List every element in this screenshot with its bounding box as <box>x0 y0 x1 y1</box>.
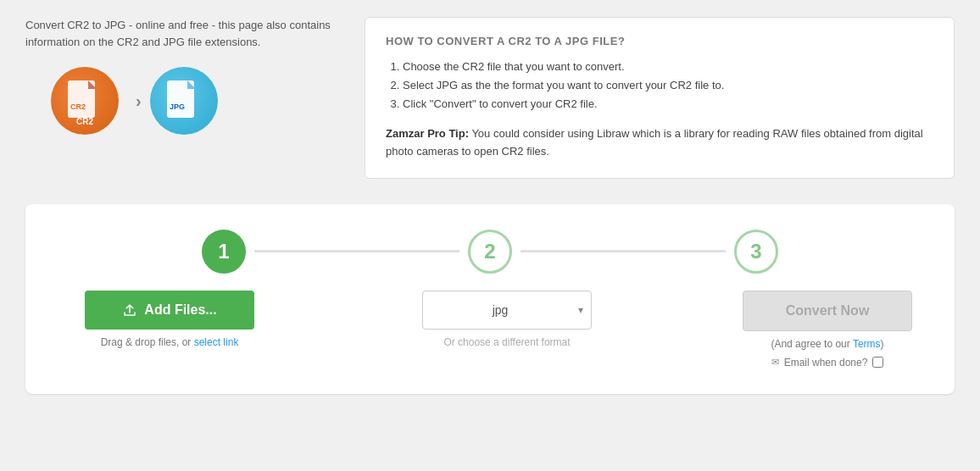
how-to-step-2: Select JPG as the the format you want to… <box>403 76 933 95</box>
jpg-file-icon: JPG <box>150 67 218 135</box>
how-to-step-1: Choose the CR2 file that you want to con… <box>403 58 933 76</box>
step-3-action: Convert Now (And agree to our Terms) ✉ E… <box>734 291 921 368</box>
format-select-wrapper: jpg png gif bmp tiff pdf webp ▾ <box>422 291 592 330</box>
arrow-icon: › <box>136 91 142 111</box>
drag-drop-text: Drag & drop files, or select link <box>101 336 239 348</box>
select-link[interactable]: select link <box>194 336 239 348</box>
step-line-1 <box>254 250 459 252</box>
step-1-action: Add Files... Drag & drop files, or selec… <box>59 291 280 348</box>
pro-tip-label: Zamzar Pro Tip: <box>386 127 469 140</box>
svg-text:CR2: CR2 <box>70 103 86 111</box>
cr2-file-icon: CR2 CR2 <box>51 67 119 135</box>
step-2-label: 2 <box>484 240 495 263</box>
converter-icons: CR2 CR2 › JPG <box>51 67 339 135</box>
terms-text: (And agree to our Terms) <box>771 338 883 350</box>
how-to-title: HOW TO CONVERT A CR2 TO A JPG FILE? <box>386 35 933 47</box>
step-2-circle: 2 <box>468 230 512 274</box>
format-select[interactable]: jpg png gif bmp tiff pdf webp <box>422 291 592 330</box>
terms-link[interactable]: Terms <box>853 338 881 350</box>
page-description: Convert CR2 to JPG - online and free - t… <box>25 17 339 50</box>
pro-tip: Zamzar Pro Tip: You could consider using… <box>386 125 933 161</box>
drag-drop-label: Drag & drop files, or <box>101 336 192 348</box>
left-panel: Convert CR2 to JPG - online and free - t… <box>25 17 339 179</box>
steps-section: 1 2 3 Add Files... Drag & drop files, or… <box>25 204 955 394</box>
convert-now-button[interactable]: Convert Now <box>743 291 912 331</box>
or-choose-text: Or choose a different format <box>443 336 570 348</box>
cr2-label: CR2 <box>51 117 119 126</box>
add-files-button[interactable]: Add Files... <box>85 291 254 330</box>
upload-icon <box>122 302 137 318</box>
info-panel: HOW TO CONVERT A CR2 TO A JPG FILE? Choo… <box>365 17 955 179</box>
steps-progress: 1 2 3 <box>202 230 778 274</box>
how-to-list: Choose the CR2 file that you want to con… <box>403 58 933 114</box>
email-when-done-label: Email when done? <box>784 357 868 368</box>
how-to-step-3: Click "Convert" to convert your CR2 file… <box>403 95 933 114</box>
step-line-2 <box>521 250 726 252</box>
email-icon: ✉ <box>771 357 779 368</box>
step-3-label: 3 <box>750 240 761 263</box>
add-files-label: Add Files... <box>144 302 216 318</box>
step-2-action: jpg png gif bmp tiff pdf webp ▾ Or choos… <box>414 291 600 348</box>
steps-actions: Add Files... Drag & drop files, or selec… <box>59 291 921 368</box>
email-when-done-row: ✉ Email when done? <box>771 357 884 368</box>
step-1-label: 1 <box>218 240 229 263</box>
email-checkbox[interactable] <box>872 357 883 368</box>
svg-text:JPG: JPG <box>170 103 185 111</box>
step-3-circle: 3 <box>734 230 778 274</box>
step-1-circle: 1 <box>202 230 246 274</box>
